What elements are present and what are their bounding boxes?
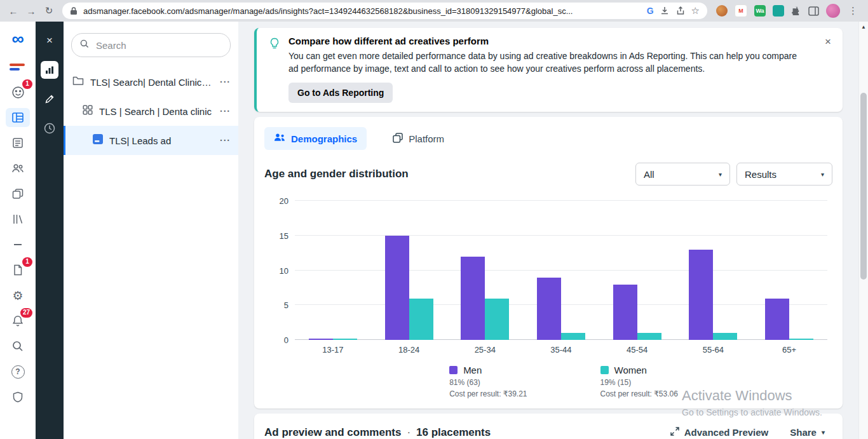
sidebar-item-library[interactable] — [6, 210, 30, 229]
history-clock-icon[interactable] — [41, 119, 58, 137]
page-scrollbar[interactable]: ▲ — [858, 22, 868, 439]
advanced-preview-button[interactable]: Advanced Preview — [663, 422, 776, 439]
tab-platform[interactable]: Platform — [383, 127, 454, 150]
sidebar-item-reports[interactable] — [6, 133, 30, 152]
url-text[interactable]: adsmanager.facebook.com/adsmanager/manag… — [83, 6, 641, 16]
chart-legend: Men 81% (63) Cost per result: ₹39.21 Wom… — [295, 365, 832, 400]
google-icon[interactable]: G — [647, 6, 654, 16]
ad-preview-title-text: Ad preview and comments — [264, 426, 401, 439]
sidebar-item-audiences[interactable] — [6, 159, 30, 178]
forward-icon[interactable]: → — [23, 3, 39, 19]
search-rail-icon[interactable] — [6, 337, 30, 356]
notifications-bell-icon[interactable]: 27 — [6, 311, 30, 330]
bar-men-55-64[interactable] — [689, 250, 713, 340]
placements-count: 16 placements — [416, 426, 491, 439]
x-axis-label: 35-44 — [534, 345, 588, 355]
sidebar-item-divider[interactable] — [6, 235, 30, 254]
tree-panel: TLS| Search| Dental Clinic –... ··· TLS … — [64, 22, 238, 439]
business-logo-mark — [10, 68, 20, 71]
bar-men-35-44[interactable] — [537, 278, 561, 341]
bar-women-55-64[interactable] — [713, 333, 737, 340]
tab-demographics[interactable]: Demographics — [264, 127, 367, 150]
search-box — [71, 33, 231, 57]
ad-preview-actions: Advanced Preview Share ▾ — [663, 422, 832, 439]
help-icon[interactable]: ? — [6, 362, 30, 381]
legend-label: Men — [463, 365, 482, 375]
drafts-badge: 1 — [22, 257, 32, 267]
bar-men-25-34[interactable] — [461, 257, 485, 340]
sidebar-item-creative-hub[interactable] — [6, 184, 30, 203]
left-icon-rail: ∞ 1 — [0, 22, 36, 439]
share-button[interactable]: Share ▾ — [782, 422, 832, 439]
bar-group-45-54 — [613, 285, 661, 341]
tree-item-campaign[interactable]: TLS| Search| Dental Clinic –... ··· — [64, 67, 238, 97]
x-axis-label: 65+ — [763, 345, 816, 355]
scrollbar-up-arrow[interactable]: ▲ — [859, 22, 868, 32]
bar-group-25-34 — [461, 257, 509, 340]
gmail-extension-icon[interactable]: M — [735, 4, 747, 17]
breakdown-dropdown[interactable]: All ▾ — [635, 163, 730, 186]
legend-share: 81% (63) — [449, 377, 527, 388]
bar-women-45-54[interactable] — [637, 333, 661, 340]
chart-plot: 05101520 — [295, 201, 827, 340]
sidebar-item-campaigns[interactable] — [6, 108, 30, 127]
banner-close-icon[interactable]: × — [825, 36, 831, 48]
sidebar-item-chats[interactable]: 1 — [6, 83, 30, 102]
meta-logo[interactable]: ∞ — [6, 28, 30, 50]
legend-share: 19% (15) — [600, 377, 678, 388]
bar-women-18-24[interactable] — [409, 299, 433, 341]
legend-cost: Cost per result: ₹39.21 — [449, 389, 527, 400]
chevron-down-icon: ▾ — [821, 171, 824, 178]
bar-men-45-54[interactable] — [613, 285, 637, 341]
business-logo[interactable] — [10, 61, 26, 72]
edit-pencil-icon[interactable] — [41, 90, 58, 108]
breakdown-value: All — [644, 169, 654, 180]
more-options-icon[interactable]: ··· — [220, 77, 231, 87]
share-icon[interactable] — [675, 6, 686, 16]
profile-avatar[interactable] — [826, 4, 840, 18]
metric-dropdown[interactable]: Results ▾ — [736, 163, 832, 186]
platform-icon — [393, 133, 403, 145]
bar-men-13-17[interactable] — [309, 339, 333, 340]
security-shield-icon[interactable] — [6, 388, 30, 407]
people-icon — [274, 133, 285, 144]
extensions-puzzle-icon[interactable] — [791, 6, 801, 16]
extension-icon[interactable] — [773, 5, 784, 17]
wa-extension-icon[interactable]: Wa — [754, 5, 766, 17]
browser-menu-icon[interactable]: ⋮ — [847, 5, 859, 17]
address-bar[interactable]: adsmanager.facebook.com/adsmanager/manag… — [62, 3, 707, 19]
extension-icon[interactable] — [716, 5, 728, 17]
refresh-icon[interactable]: ↻ — [41, 3, 57, 19]
settings-gear-icon[interactable]: ⚙ — [6, 286, 30, 305]
search-input[interactable] — [95, 39, 224, 51]
tree-item-adset[interactable]: TLS | Search | Denta clinic ··· — [64, 97, 238, 126]
charts-tool-icon[interactable] — [41, 61, 58, 79]
extensions-bar: M Wa ⋮ — [712, 4, 863, 18]
dark-tool-rail: × — [36, 22, 64, 439]
side-panel-icon[interactable] — [808, 6, 819, 16]
legend-men: Men 81% (63) Cost per result: ₹39.21 — [449, 365, 527, 400]
bar-men-65+[interactable] — [765, 299, 789, 341]
more-options-icon[interactable]: ··· — [220, 106, 231, 116]
bar-men-18-24[interactable] — [385, 236, 409, 340]
close-panel-icon[interactable]: × — [41, 32, 58, 50]
bar-women-65+[interactable] — [789, 339, 813, 340]
bar-women-35-44[interactable] — [561, 333, 585, 340]
bar-women-13-17[interactable] — [333, 339, 357, 340]
go-to-ads-reporting-button[interactable]: Go to Ads Reporting — [288, 83, 393, 103]
chart-xlabels: 13-1718-2425-3435-4445-5455-6465+ — [295, 345, 827, 355]
bar-women-25-34[interactable] — [485, 299, 509, 341]
insights-tabs: Demographics Platform — [264, 127, 832, 150]
tree-item-ad-selected[interactable]: TLS| Leads ad ··· — [64, 126, 238, 155]
download-icon[interactable] — [660, 6, 670, 16]
metric-value: Results — [745, 169, 776, 180]
bookmark-star-icon[interactable]: ☆ — [691, 5, 700, 17]
tab-label: Platform — [409, 133, 444, 144]
sidebar-item-drafts[interactable]: 1 — [6, 260, 30, 280]
more-options-icon[interactable]: ··· — [220, 135, 231, 145]
tree-item-label: TLS| Leads ad — [109, 135, 214, 146]
chart-filters: All ▾ Results ▾ — [635, 163, 832, 186]
back-icon[interactable]: ← — [5, 3, 22, 19]
scrollbar-thumb[interactable] — [860, 93, 867, 280]
folder-icon — [72, 76, 84, 88]
